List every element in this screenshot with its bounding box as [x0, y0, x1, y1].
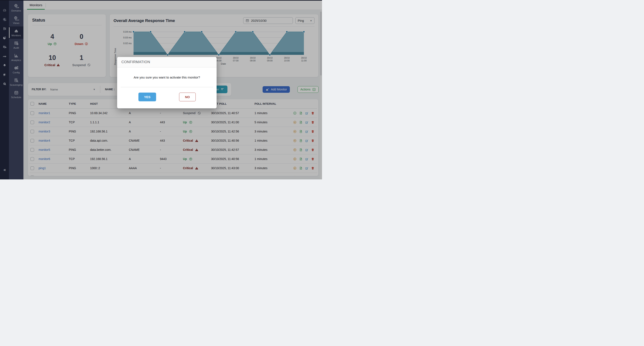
confirmation-modal: CONFIRMATION Are you sure you want to ac…: [117, 57, 216, 108]
modal-header: CONFIRMATION: [117, 57, 216, 67]
no-button[interactable]: NO: [179, 93, 196, 101]
modal-message: Are you sure you want to activate this m…: [117, 76, 216, 79]
yes-button[interactable]: YES: [138, 93, 156, 101]
modal-title: CONFIRMATION: [122, 60, 150, 64]
